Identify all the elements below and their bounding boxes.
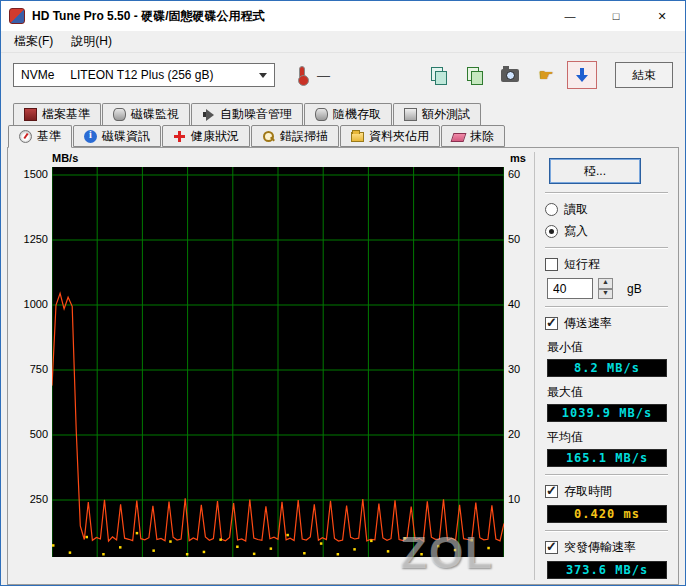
spinner-up-button[interactable] <box>598 278 613 289</box>
checkbox-checked-icon <box>545 541 558 554</box>
checkbox-icon <box>545 258 558 271</box>
tab-benchmark[interactable]: 基準 <box>8 125 72 148</box>
copy-text-button[interactable] <box>423 61 453 89</box>
tab-label: 基準 <box>37 128 61 145</box>
tab-aam[interactable]: 自動噪音管理 <box>191 103 303 125</box>
health-cross-icon <box>173 130 186 143</box>
download-arrow-icon <box>574 67 590 83</box>
start-button[interactable]: 稏... <box>549 158 641 184</box>
close-button[interactable]: ✕ <box>639 1 685 31</box>
minimize-button[interactable]: — <box>547 1 593 31</box>
divider <box>545 247 668 249</box>
extra-tests-icon <box>404 108 417 121</box>
divider <box>545 306 668 308</box>
short-stroke-size-input[interactable] <box>547 278 593 299</box>
tab-label: 抹除 <box>470 128 494 145</box>
avg-speed-display: 165.1 MB/s <box>547 449 667 467</box>
spinner <box>598 278 613 299</box>
menubar: 檔案(F) 說明(H) <box>1 31 685 53</box>
transfer-rate-plot <box>52 167 504 557</box>
menu-file[interactable]: 檔案(F) <box>5 31 62 52</box>
tab-file-benchmark[interactable]: 檔案基準 <box>13 103 101 125</box>
transfer-rate-label: 傳送速率 <box>564 315 612 332</box>
write-radio[interactable]: 寫入 <box>545 223 670 240</box>
tab-label: 磁碟監視 <box>131 106 179 123</box>
benchmark-controls-panel: 稏... 讀取 寫入 短行程 gB <box>534 152 674 580</box>
spinner-down-button[interactable] <box>598 289 613 300</box>
benchmark-chart: MB/s ms 1500 1250 1000 750 500 250 60 50… <box>12 152 534 580</box>
short-stroke-size-row: gB <box>547 278 670 299</box>
app-window: HD Tune Pro 5.50 - 硬碟/固態硬碟公用程式 — □ ✕ 檔案(… <box>0 0 686 586</box>
tab-health[interactable]: 健康狀況 <box>162 125 250 147</box>
toolbar: NVMe LITEON T12 Plus (256 gB) — 結束 <box>1 53 685 97</box>
divider <box>545 530 668 532</box>
tab-random-access[interactable]: 隨機存取 <box>304 103 392 125</box>
screenshot-button[interactable] <box>495 61 525 89</box>
tab-label: 額外測試 <box>422 106 470 123</box>
tab-disk-info[interactable]: 磁碟資訊 <box>73 125 161 147</box>
max-label: 最大值 <box>547 384 670 401</box>
drive-name-label: LITEON T12 Plus (256 gB) <box>70 68 213 82</box>
y-tick-label-right: 20 <box>508 428 534 440</box>
tab-label: 隨機存取 <box>333 106 381 123</box>
y-tick-label: 1250 <box>12 233 48 245</box>
disk-icon <box>113 108 126 121</box>
max-speed-display: 1039.9 MB/s <box>547 404 667 422</box>
tab-extra-tests[interactable]: 額外測試 <box>393 103 481 125</box>
radio-icon <box>545 203 558 216</box>
toolbar-buttons <box>423 61 597 89</box>
tab-row-primary: 基準 磁碟資訊 健康狀況 錯誤掃描 資料夾佔用 抹除 <box>1 125 685 148</box>
tab-row-secondary: 檔案基準 磁碟監視 自動噪音管理 隨機存取 額外測試 <box>1 103 685 125</box>
download-button[interactable] <box>567 61 597 89</box>
tab-label: 健康狀況 <box>191 128 239 145</box>
tab-erase[interactable]: 抹除 <box>441 125 505 147</box>
maximize-button[interactable]: □ <box>593 1 639 31</box>
write-radio-label: 寫入 <box>564 223 588 240</box>
info-icon <box>84 130 97 143</box>
camera-icon <box>501 69 519 82</box>
tab-label: 資料夾佔用 <box>369 128 429 145</box>
min-label: 最小值 <box>547 339 670 356</box>
speaker-icon <box>202 108 215 121</box>
y-tick-label: 1000 <box>12 298 48 310</box>
divider <box>545 192 668 194</box>
drive-type-label: NVMe <box>21 68 54 82</box>
read-radio-label: 讀取 <box>564 201 588 218</box>
tab-disk-monitor[interactable]: 磁碟監視 <box>102 103 190 125</box>
window-controls: — □ ✕ <box>547 1 685 31</box>
chevron-down-icon <box>259 73 267 78</box>
tab-label: 檔案基準 <box>42 106 90 123</box>
divider <box>545 474 668 476</box>
avg-label: 平均值 <box>547 429 670 446</box>
tab-error-scan[interactable]: 錯誤掃描 <box>251 125 339 147</box>
copy-image-icon <box>467 67 482 83</box>
copy-image-button[interactable] <box>459 61 489 89</box>
drive-selector[interactable]: NVMe LITEON T12 Plus (256 gB) <box>13 63 275 87</box>
y-tick-label-right: 30 <box>508 363 534 375</box>
window-title: HD Tune Pro 5.50 - 硬碟/固態硬碟公用程式 <box>32 8 264 25</box>
access-time-checkbox[interactable]: 存取時間 <box>545 483 670 500</box>
tab-label: 自動噪音管理 <box>220 106 292 123</box>
hand-button[interactable] <box>531 61 561 89</box>
hand-icon <box>538 65 553 86</box>
transfer-rate-checkbox[interactable]: 傳送速率 <box>545 315 670 332</box>
access-time-display: 0.420 ms <box>547 505 667 523</box>
tab-folder-usage[interactable]: 資料夾佔用 <box>340 125 440 147</box>
magnifier-icon <box>262 130 275 143</box>
benchmark-icon <box>19 130 32 143</box>
y-tick-label-right: 50 <box>508 233 534 245</box>
disk-icon <box>315 108 328 121</box>
y-tick-label: 1500 <box>12 168 48 180</box>
access-time-label: 存取時間 <box>564 483 612 500</box>
burst-rate-checkbox[interactable]: 突發傳輸速率 <box>545 539 670 556</box>
menu-help[interactable]: 說明(H) <box>62 31 121 52</box>
min-speed-display: 8.2 MB/s <box>547 359 667 377</box>
read-radio[interactable]: 讀取 <box>545 201 670 218</box>
radio-selected-icon <box>545 225 558 238</box>
eraser-icon <box>451 133 467 142</box>
exit-button[interactable]: 結束 <box>615 62 673 88</box>
benchmark-page: MB/s ms 1500 1250 1000 750 500 250 60 50… <box>7 147 679 585</box>
short-stroke-checkbox[interactable]: 短行程 <box>545 256 670 273</box>
y-tick-label: 500 <box>12 428 48 440</box>
folder-icon <box>351 132 364 142</box>
